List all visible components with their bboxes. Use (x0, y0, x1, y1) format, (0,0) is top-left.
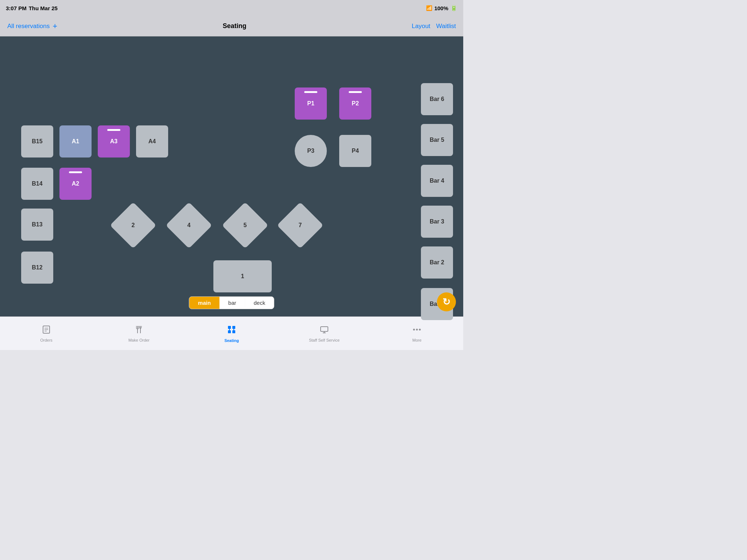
status-bar-right: 📶 100% 🔋 (426, 5, 457, 11)
add-reservation-button[interactable]: + (53, 22, 57, 31)
tab-bar: Orders Make Order Seating (0, 316, 463, 350)
tab-staff-self-service[interactable]: Staff Self Service (278, 325, 371, 342)
tab-seating-label: Seating (224, 338, 239, 343)
table-A1[interactable]: A1 (59, 125, 92, 158)
tab-seating[interactable]: Seating (185, 324, 278, 343)
status-time: 3:07 PM (6, 5, 27, 11)
page-title: Seating (222, 22, 246, 30)
table-B15[interactable]: B15 (21, 125, 53, 158)
svg-point-16 (413, 328, 415, 330)
table-2[interactable]: 2 (115, 207, 151, 244)
svg-rect-13 (321, 327, 328, 331)
floor-selector: main bar deck (189, 296, 274, 309)
table-B12[interactable]: B12 (21, 252, 53, 284)
table-bar3[interactable]: Bar 3 (421, 206, 453, 238)
tab-make-order[interactable]: Make Order (93, 325, 185, 342)
floor-main-button[interactable]: main (189, 297, 220, 309)
tab-more-label: More (412, 338, 421, 342)
table-bar5[interactable]: Bar 5 (421, 124, 453, 156)
refresh-icon: ↻ (442, 296, 450, 308)
table-5[interactable]: 5 (227, 207, 263, 244)
table-bar6[interactable]: Bar 6 (421, 83, 453, 115)
svg-point-17 (416, 328, 418, 330)
svg-rect-8 (232, 326, 235, 329)
svg-rect-10 (232, 330, 235, 333)
tab-orders[interactable]: Orders (0, 325, 93, 342)
table-7[interactable]: 7 (282, 207, 318, 244)
status-date: Thu Mar 25 (29, 5, 58, 11)
battery-level: 100% (434, 5, 448, 11)
table-1[interactable]: 1 (213, 260, 272, 292)
table-P2[interactable]: P2 (339, 88, 371, 120)
waitlist-link[interactable]: Waitlist (436, 23, 456, 30)
svg-point-18 (419, 328, 421, 330)
tab-make-order-label: Make Order (128, 338, 150, 342)
tab-orders-label: Orders (40, 338, 53, 342)
seating-area: B15 A1 A3 A4 B14 A2 B13 B12 P1 P2 P3 P4 (0, 36, 463, 316)
table-A3[interactable]: A3 (98, 125, 130, 158)
floor-bar-button[interactable]: bar (220, 297, 245, 309)
monitor-icon (320, 325, 329, 337)
table-P1[interactable]: P1 (295, 88, 327, 120)
table-A4[interactable]: A4 (136, 125, 168, 158)
tab-more[interactable]: More (371, 325, 463, 342)
table-4[interactable]: 4 (171, 207, 207, 244)
svg-rect-9 (228, 330, 231, 333)
cutlery-icon (134, 325, 144, 337)
nav-bar: All reservations + Seating Layout Waitli… (0, 16, 463, 36)
tab-staff-label: Staff Self Service (309, 338, 340, 342)
status-bar: 3:07 PM Thu Mar 25 📶 100% 🔋 (0, 0, 463, 16)
table-A2[interactable]: A2 (59, 168, 92, 200)
status-bar-left: 3:07 PM Thu Mar 25 (6, 5, 58, 11)
refresh-button[interactable]: ↻ (437, 292, 456, 311)
svg-rect-7 (228, 326, 231, 329)
floor-deck-button[interactable]: deck (245, 297, 274, 309)
all-reservations-link[interactable]: All reservations (7, 23, 50, 30)
table-P3[interactable]: P3 (295, 135, 327, 167)
table-P4[interactable]: P4 (339, 135, 371, 167)
nav-right: Layout Waitlist (412, 23, 456, 30)
battery-icon: 🔋 (450, 5, 457, 11)
table-bar4[interactable]: Bar 4 (421, 165, 453, 197)
orders-icon (42, 325, 51, 337)
more-icon (412, 325, 422, 337)
nav-left: All reservations + (7, 22, 57, 31)
layout-link[interactable]: Layout (412, 23, 430, 30)
wifi-icon: 📶 (426, 5, 432, 11)
table-B14[interactable]: B14 (21, 168, 53, 200)
table-B13[interactable]: B13 (21, 209, 53, 241)
table-bar2[interactable]: Bar 2 (421, 246, 453, 279)
seating-icon (227, 324, 237, 337)
